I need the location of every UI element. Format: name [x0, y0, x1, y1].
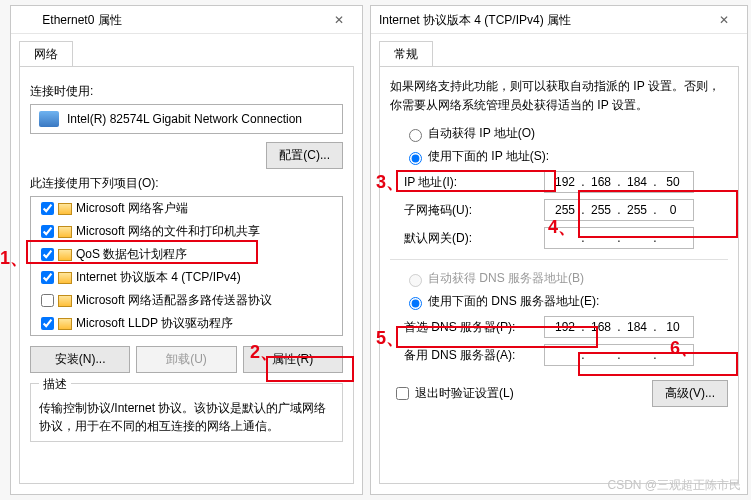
configure-button[interactable]: 配置(C)... — [266, 142, 343, 169]
list-item-label: Microsoft LLDP 协议驱动程序 — [76, 315, 233, 332]
dns1-input[interactable]: 192. 168. 184. 10 — [544, 316, 694, 338]
ipv4-properties-window: Internet 协议版本 4 (TCP/IPv4) 属性 ✕ 常规 如果网络支… — [370, 5, 748, 495]
list-item[interactable]: Internet 协议版本 6 (TCP/IPv6) — [31, 335, 342, 336]
gateway-input[interactable]: . . . — [544, 227, 694, 249]
properties-button[interactable]: 属性(R) — [243, 346, 343, 373]
protocol-listbox[interactable]: Microsoft 网络客户端Microsoft 网络的文件和打印机共享QoS … — [30, 196, 343, 336]
validate-label: 退出时验证设置(L) — [415, 385, 514, 402]
description-legend: 描述 — [39, 377, 71, 391]
radio-auto-ip-label: 自动获得 IP 地址(O) — [428, 125, 535, 142]
list-item[interactable]: Microsoft LLDP 协议驱动程序 — [31, 312, 342, 335]
advanced-button[interactable]: 高级(V)... — [652, 380, 728, 407]
tabs-right: 常规 — [379, 40, 739, 66]
ip-address-input[interactable]: 192. 168. 184. 50 — [544, 171, 694, 193]
list-item-label: Microsoft 网络的文件和打印机共享 — [76, 223, 260, 240]
ip-address-label: IP 地址(I): — [404, 174, 544, 191]
list-item-label: QoS 数据包计划程序 — [76, 246, 187, 263]
protocol-icon — [58, 203, 72, 215]
radio-manual-dns-label: 使用下面的 DNS 服务器地址(E): — [428, 293, 599, 310]
items-label: 此连接使用下列项目(O): — [30, 175, 343, 192]
list-item[interactable]: Microsoft 网络适配器多路传送器协议 — [31, 289, 342, 312]
protocol-icon — [58, 226, 72, 238]
radio-manual-ip[interactable] — [409, 152, 422, 165]
list-item-checkbox[interactable] — [41, 202, 54, 215]
dns1-label: 首选 DNS 服务器(P): — [404, 319, 544, 336]
network-adapter-icon — [19, 13, 35, 29]
uninstall-button: 卸载(U) — [136, 346, 236, 373]
list-item-checkbox[interactable] — [41, 248, 54, 261]
radio-auto-ip[interactable] — [409, 129, 422, 142]
window-title: Internet 协议版本 4 (TCP/IPv4) 属性 — [379, 13, 571, 27]
radio-manual-dns[interactable] — [409, 297, 422, 310]
list-item-checkbox[interactable] — [41, 271, 54, 284]
nic-icon — [39, 111, 59, 127]
adapter-box: Intel(R) 82574L Gigabit Network Connecti… — [30, 104, 343, 134]
tab-content-left: 连接时使用: Intel(R) 82574L Gigabit Network C… — [19, 66, 354, 484]
tab-content-right: 如果网络支持此功能，则可以获取自动指派的 IP 设置。否则，你需要从网络系统管理… — [379, 66, 739, 484]
info-text: 如果网络支持此功能，则可以获取自动指派的 IP 设置。否则，你需要从网络系统管理… — [390, 77, 728, 115]
protocol-icon — [58, 249, 72, 261]
watermark: CSDN @三观超正陈市民 — [607, 477, 741, 494]
protocol-icon — [58, 272, 72, 284]
list-item-checkbox[interactable] — [41, 225, 54, 238]
protocol-icon — [58, 318, 72, 330]
titlebar-left: Ethernet0 属性 ✕ — [11, 6, 362, 34]
description-text: 传输控制协议/Internet 协议。该协议是默认的广域网络协议，用于在不同的相… — [39, 399, 334, 435]
close-icon[interactable]: ✕ — [324, 6, 354, 34]
list-item[interactable]: QoS 数据包计划程序 — [31, 243, 342, 266]
subnet-mask-input[interactable]: 255. 255. 255. 0 — [544, 199, 694, 221]
tabs-left: 网络 — [19, 40, 354, 66]
list-item[interactable]: Internet 协议版本 4 (TCP/IPv4) — [31, 266, 342, 289]
list-item-label: Microsoft 网络适配器多路传送器协议 — [76, 292, 272, 309]
radio-auto-dns-row: 自动获得 DNS 服务器地址(B) — [404, 270, 728, 287]
radio-manual-dns-row[interactable]: 使用下面的 DNS 服务器地址(E): — [404, 293, 728, 310]
radio-auto-dns-label: 自动获得 DNS 服务器地址(B) — [428, 270, 584, 287]
window-title: Ethernet0 属性 — [42, 13, 121, 27]
connect-using-label: 连接时使用: — [30, 83, 343, 100]
radio-auto-ip-row[interactable]: 自动获得 IP 地址(O) — [404, 125, 728, 142]
list-item-checkbox[interactable] — [41, 294, 54, 307]
list-item-label: Microsoft 网络客户端 — [76, 200, 188, 217]
validate-checkbox[interactable] — [396, 387, 409, 400]
subnet-mask-label: 子网掩码(U): — [404, 202, 544, 219]
dns2-label: 备用 DNS 服务器(A): — [404, 347, 544, 364]
radio-manual-ip-label: 使用下面的 IP 地址(S): — [428, 148, 549, 165]
list-item-checkbox[interactable] — [41, 317, 54, 330]
protocol-icon — [58, 295, 72, 307]
tab-network[interactable]: 网络 — [19, 41, 73, 67]
list-item[interactable]: Microsoft 网络客户端 — [31, 197, 342, 220]
gateway-label: 默认网关(D): — [404, 230, 544, 247]
close-icon[interactable]: ✕ — [709, 6, 739, 34]
dns2-input[interactable]: . . . — [544, 344, 694, 366]
radio-manual-ip-row[interactable]: 使用下面的 IP 地址(S): — [404, 148, 728, 165]
separator — [390, 259, 728, 260]
list-item[interactable]: Microsoft 网络的文件和打印机共享 — [31, 220, 342, 243]
description-group: 描述 传输控制协议/Internet 协议。该协议是默认的广域网络协议，用于在不… — [30, 383, 343, 442]
adapter-name: Intel(R) 82574L Gigabit Network Connecti… — [67, 112, 302, 126]
tab-general[interactable]: 常规 — [379, 41, 433, 67]
titlebar-right: Internet 协议版本 4 (TCP/IPv4) 属性 ✕ — [371, 6, 747, 34]
list-item-label: Internet 协议版本 4 (TCP/IPv4) — [76, 269, 241, 286]
radio-auto-dns — [409, 274, 422, 287]
ethernet-properties-window: Ethernet0 属性 ✕ 网络 连接时使用: Intel(R) 82574L… — [10, 5, 363, 495]
install-button[interactable]: 安装(N)... — [30, 346, 130, 373]
